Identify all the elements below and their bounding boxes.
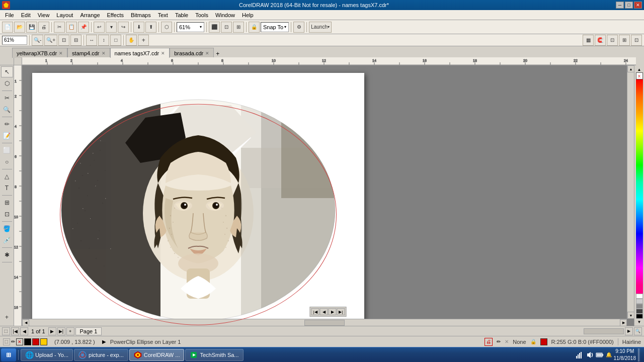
menu-effects[interactable]: Effects	[104, 11, 127, 19]
menu-help[interactable]: Help	[239, 11, 257, 19]
palette-gray[interactable]	[636, 304, 643, 309]
zoom-dropdown[interactable]: 61% ▾	[177, 22, 204, 32]
taskbar-ie-upload[interactable]: 🌐 Upload - Yo...	[21, 349, 73, 361]
tab-stamp4[interactable]: stamp4.cdr ✕	[67, 48, 110, 58]
copy-button[interactable]: 📋	[66, 22, 77, 33]
palette-lightgray[interactable]	[636, 299, 643, 304]
palette-darkgray[interactable]	[636, 309, 643, 314]
new-tab-button[interactable]: +	[214, 50, 221, 57]
show-desktop-btn[interactable]	[638, 348, 640, 361]
lock-button[interactable]: 🔒	[249, 22, 260, 33]
start-button[interactable]: ⊞	[1, 348, 16, 361]
undo-button[interactable]: ↩	[94, 22, 105, 33]
palette-black[interactable]	[636, 314, 643, 319]
menu-window[interactable]: Window	[212, 11, 238, 19]
tool-outline[interactable]: ✱	[1, 249, 13, 260]
canvas-area[interactable]: |◀ ◀ ▶ ▶| ▲ ▼ ◀ ▶	[22, 65, 634, 326]
tab-close-namestagsX7[interactable]: ✕	[161, 51, 165, 56]
tool-smartdraw[interactable]: 📝	[1, 130, 13, 141]
tray-notification[interactable]: 🔔	[606, 352, 612, 357]
taskbar-coreldraw[interactable]: CorelDRAW ...	[129, 349, 185, 361]
palette-scroll-down[interactable]: ▼	[635, 319, 643, 325]
tool-connector[interactable]: +	[1, 312, 13, 323]
vertical-scrollbar[interactable]: ▲ ▼	[627, 65, 634, 319]
open-button[interactable]: 📂	[14, 22, 25, 33]
first-page-nav[interactable]: |◀	[11, 327, 19, 335]
last-page-btn[interactable]: ▶|	[337, 308, 345, 315]
tab-close-yeltwrap[interactable]: ✕	[59, 51, 63, 56]
palette-none[interactable]: X	[636, 72, 643, 79]
palette-scroll-up[interactable]: ▲	[635, 66, 643, 72]
tool-zoom-tool[interactable]: 🔍	[1, 104, 13, 115]
tool-crop[interactable]: ✂	[1, 93, 13, 104]
zoom-in-btn[interactable]: 🔍+	[44, 35, 57, 46]
app-launcher[interactable]: ⬡	[161, 22, 172, 33]
taskbar-chrome-picture[interactable]: picture - exp...	[74, 349, 128, 361]
menu-edit[interactable]: Edit	[18, 11, 34, 19]
new-button[interactable]: 📄	[2, 22, 13, 33]
import-button[interactable]: ⬇	[133, 22, 144, 33]
snap-dropdown[interactable]: Snap To ▾	[261, 22, 289, 32]
tool-select[interactable]: ↖	[1, 66, 13, 77]
select-all-btn[interactable]: ▦	[583, 35, 594, 46]
scroll-up-btn[interactable]: ▲	[627, 65, 634, 72]
menu-table[interactable]: Table	[172, 11, 191, 19]
page-1-tab[interactable]: Page 1	[75, 327, 102, 335]
tool-eyedropper[interactable]: 💉	[1, 235, 13, 246]
menu-layout[interactable]: Layout	[53, 11, 76, 19]
minimize-button[interactable]: ─	[616, 2, 624, 9]
palette-white[interactable]	[636, 294, 643, 299]
dockers-btn[interactable]: ⊡	[631, 35, 642, 46]
zoom-out-btn[interactable]: 🔍-	[32, 35, 43, 46]
print-button[interactable]: 🖨	[38, 22, 49, 33]
scroll-h-thumb[interactable]	[304, 320, 345, 326]
launch-button[interactable]: Launch ▾	[309, 22, 332, 33]
next-page-nav[interactable]: ▶	[48, 327, 56, 335]
tab-namestagsX7[interactable]: names tagsX7.cdr ✕	[110, 48, 170, 58]
tray-volume-icon[interactable]	[586, 351, 594, 359]
scroll-down-btn[interactable]: ▼	[627, 312, 634, 319]
tab-brasada[interactable]: brasada.cdr ✕	[170, 48, 214, 58]
page-scroll-right[interactable]: ▶	[625, 327, 633, 335]
tool-polygon[interactable]: △	[1, 171, 13, 182]
tool-ellipse[interactable]: ○	[1, 156, 13, 167]
undo-dropdown[interactable]: ▾	[106, 22, 117, 33]
add-page-nav[interactable]: +	[66, 327, 74, 335]
tab-close-brasada[interactable]: ✕	[205, 51, 209, 56]
taskbar-techsmith[interactable]: TechSmith Sa...	[185, 349, 243, 361]
snap-objects-btn[interactable]: 🧲	[595, 35, 606, 46]
scroll-left-btn[interactable]: ◀	[22, 319, 29, 326]
tool-table[interactable]: ⊞	[1, 197, 13, 208]
page-scroll-thumb[interactable]	[584, 328, 624, 334]
close-button[interactable]: ✕	[634, 2, 642, 9]
zoom-fit-btn[interactable]: ⊡	[58, 35, 69, 46]
tab-close-stamp4[interactable]: ✕	[102, 51, 106, 56]
options-button[interactable]: ⚙	[293, 22, 304, 33]
tool-parallel[interactable]: ⊡	[1, 209, 13, 220]
zoom100-btn[interactable]: □	[110, 35, 121, 46]
full-screen-button[interactable]: ⊡	[221, 22, 232, 33]
menu-arrange[interactable]: Arrange	[77, 11, 103, 19]
snap-grid-btn[interactable]: ⊞	[619, 35, 630, 46]
tool-fill[interactable]: 🪣	[1, 223, 13, 234]
grid-button[interactable]: ⊞	[233, 22, 244, 33]
menu-view[interactable]: View	[35, 11, 53, 19]
prev-page-btn[interactable]: ◀	[320, 308, 328, 315]
tool-text[interactable]: T	[1, 183, 13, 194]
page-view-btn[interactable]: ↔	[86, 35, 97, 46]
redo-button[interactable]: ↪	[118, 22, 129, 33]
tool-freehand[interactable]: ✏	[1, 119, 13, 130]
tray-battery-icon[interactable]	[596, 351, 604, 359]
add-page-btn[interactable]: +	[138, 35, 149, 46]
first-page-btn[interactable]: |◀	[311, 308, 319, 315]
scroll-zoom-btn[interactable]: 🔍	[634, 327, 642, 335]
pan-btn[interactable]: ✋	[126, 35, 137, 46]
maximize-button[interactable]: □	[625, 2, 633, 9]
tool-shape[interactable]: ⬡	[1, 78, 13, 89]
menu-text[interactable]: Text	[155, 11, 171, 19]
width-view-btn[interactable]: ↕	[98, 35, 109, 46]
tab-yeltwrap[interactable]: yeltwrapX7B.cdr ✕	[12, 48, 67, 58]
menu-bitmaps[interactable]: Bitmaps	[128, 11, 154, 19]
scroll-right-btn[interactable]: ▶	[620, 319, 627, 326]
page-border-button[interactable]: ⬛	[209, 22, 220, 33]
